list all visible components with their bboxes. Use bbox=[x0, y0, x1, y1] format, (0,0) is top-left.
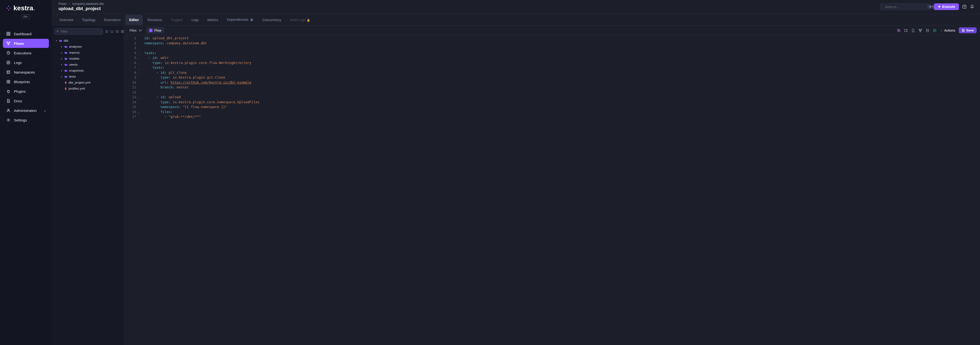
tab-overview[interactable]: Overview bbox=[56, 15, 77, 25]
tree-folder-seeds[interactable]: ▸seeds bbox=[54, 62, 124, 68]
collapse-icon bbox=[138, 29, 142, 32]
tab-topology[interactable]: Topology bbox=[78, 15, 99, 25]
code-line[interactable]: type: io.kestra.plugin.core.namespace.Up… bbox=[144, 100, 259, 105]
save-button[interactable]: Save bbox=[959, 27, 977, 33]
bell-icon[interactable] bbox=[970, 5, 974, 9]
tab-concurrency[interactable]: Concurrency bbox=[258, 15, 285, 25]
svg-rect-3 bbox=[8, 10, 9, 11]
sidebar-item-executions[interactable]: Executions bbox=[3, 48, 49, 57]
sidebar-item-docs[interactable]: Docs bbox=[3, 96, 49, 105]
sidebar-item-flows[interactable]: Flows bbox=[3, 39, 49, 48]
code-line[interactable]: type: io.kestra.plugin.git.Clone bbox=[144, 75, 259, 80]
sidebar-item-administration[interactable]: Administration› bbox=[3, 106, 49, 115]
tree-folder-root[interactable]: ▾dbt bbox=[54, 38, 124, 44]
new-file-icon[interactable] bbox=[105, 30, 108, 33]
caret-icon: ▸ bbox=[60, 63, 63, 66]
tab-metrics[interactable]: Metrics bbox=[204, 15, 222, 25]
sidebar-item-blueprints[interactable]: Blueprints bbox=[3, 77, 49, 86]
code-line[interactable]: branch: master bbox=[144, 85, 259, 90]
sidebar-item-dashboard[interactable]: Dashboard bbox=[3, 29, 49, 38]
sidebar-item-settings[interactable]: Settings bbox=[3, 116, 49, 125]
file-icon bbox=[64, 87, 67, 90]
code-line[interactable]: tasks: bbox=[144, 51, 259, 56]
files-panel-button[interactable]: Files bbox=[127, 27, 144, 34]
code-line[interactable] bbox=[144, 46, 259, 51]
fold-chevron-icon[interactable]: ⌄ bbox=[138, 71, 140, 76]
code-line[interactable]: type: io.kestra.plugin.core.flow.Working… bbox=[144, 60, 259, 65]
fold-chevron-icon[interactable]: ⌄ bbox=[138, 56, 140, 61]
sidebar-item-logs[interactable]: Logs bbox=[3, 58, 49, 67]
code-line[interactable] bbox=[144, 90, 259, 95]
caret-icon: ▸ bbox=[60, 75, 63, 78]
code-editor[interactable]: 1234⌄5⌄67⌄8⌄910111213⌄141516⌄17 id: uplo… bbox=[124, 35, 980, 345]
sidebar-item-namespaces[interactable]: Namespaces bbox=[3, 68, 49, 77]
export-icon[interactable] bbox=[121, 30, 124, 33]
actions-button[interactable]: ⋮ Actions bbox=[940, 29, 955, 32]
tab-dependencies[interactable]: Dependencies0 bbox=[223, 14, 258, 25]
code-line[interactable]: tasks: bbox=[144, 65, 259, 70]
folder-icon bbox=[59, 39, 62, 42]
tab-logs[interactable]: Logs bbox=[188, 15, 202, 25]
flow-tab[interactable]: Flow bbox=[146, 27, 164, 34]
help-icon[interactable]: ? bbox=[962, 5, 967, 9]
breadcrumb-separator: / bbox=[69, 2, 70, 5]
tab-executions[interactable]: Executions bbox=[100, 15, 124, 25]
code-line[interactable]: - "glob:**/dbt/**" bbox=[144, 114, 259, 119]
logo-icon bbox=[6, 5, 11, 11]
svg-rect-41 bbox=[920, 31, 921, 32]
svg-rect-5 bbox=[9, 32, 10, 33]
fold-chevron-icon[interactable]: ⌄ bbox=[138, 110, 140, 115]
svg-rect-9 bbox=[9, 42, 10, 43]
settings-icon bbox=[6, 118, 11, 122]
filter-box[interactable] bbox=[54, 28, 103, 35]
doc-panel-icon[interactable] bbox=[926, 29, 929, 32]
document-icon[interactable] bbox=[911, 29, 915, 32]
fold-chevron-icon[interactable]: ⌄ bbox=[138, 66, 140, 71]
sidebar-item-plugins[interactable]: Plugins bbox=[3, 87, 49, 96]
tab-revisions[interactable]: Revisions bbox=[143, 15, 166, 25]
tree-folder-macros[interactable]: ▸macros bbox=[54, 49, 124, 56]
jump-to-search[interactable]: ⌘ Ctrl/Cmd + K bbox=[880, 3, 931, 10]
tree-folder-tests[interactable]: ▸tests bbox=[54, 73, 124, 79]
sidebar: kestra. dev DashboardFlowsExecutionsLogs… bbox=[0, 0, 52, 345]
file-tree: ▾dbt▸analyses▸macros▸models▸seeds▸snapsh… bbox=[52, 37, 124, 92]
code-line[interactable]: id: upload_dbt_project bbox=[144, 36, 259, 41]
breadcrumb-namespace[interactable]: company.datateam.dbt bbox=[72, 2, 104, 5]
logo-text: kestra. bbox=[13, 4, 35, 12]
tree-folder-analyses[interactable]: ▸analyses bbox=[54, 44, 124, 49]
logs-icon bbox=[6, 60, 11, 65]
dashboard-icon bbox=[6, 32, 11, 36]
code-line[interactable]: namespace: company.datateam.dbt bbox=[144, 41, 259, 46]
side-panel-icon[interactable] bbox=[904, 29, 908, 32]
tree-file-profiles-yml[interactable]: profiles.yml bbox=[54, 86, 124, 92]
plugins-icon bbox=[6, 89, 11, 94]
flow-tabs: Overview Topology Executions Editor Revi… bbox=[52, 14, 980, 25]
tree-folder-snapshots[interactable]: ▸snapshots bbox=[54, 68, 124, 73]
breadcrumb-root[interactable]: Flows bbox=[59, 2, 67, 5]
jump-to-input[interactable] bbox=[885, 5, 925, 9]
tree-item-label: models bbox=[69, 57, 80, 60]
import-icon[interactable] bbox=[116, 30, 119, 33]
tree-item-label: snapshots bbox=[69, 69, 84, 72]
file-panel: ▾dbt▸analyses▸macros▸models▸seeds▸snapsh… bbox=[52, 25, 124, 345]
filter-input[interactable] bbox=[60, 30, 101, 33]
execute-button[interactable]: Execute bbox=[934, 3, 959, 10]
tree-file-dbt_project-yml[interactable]: dbt_project.yml bbox=[54, 79, 124, 86]
code-line[interactable]: url: https://github.com/kestra-io/dbt-ex… bbox=[144, 80, 259, 85]
code-line[interactable]: files: bbox=[144, 110, 259, 114]
administration-icon bbox=[6, 108, 11, 113]
tree-view-icon[interactable] bbox=[918, 29, 922, 32]
new-folder-icon[interactable] bbox=[110, 30, 114, 33]
tree-folder-models[interactable]: ▸models bbox=[54, 56, 124, 62]
folder-icon bbox=[64, 57, 68, 60]
tab-editor[interactable]: Editor bbox=[126, 15, 143, 25]
svg-rect-34 bbox=[122, 31, 123, 32]
fold-chevron-icon[interactable]: ⌄ bbox=[138, 51, 140, 56]
fold-chevron-icon[interactable]: ⌄ bbox=[138, 95, 140, 100]
code-line[interactable]: - id: upload bbox=[144, 95, 259, 100]
code-line[interactable]: - id: wdir bbox=[144, 55, 259, 60]
dependencies-count-badge: 0 bbox=[250, 18, 254, 22]
code-line[interactable]: - id: git_clone bbox=[144, 70, 259, 75]
copy-icon[interactable] bbox=[897, 29, 900, 32]
code-line[interactable]: namespace: "{{ flow.namespace }}" bbox=[144, 105, 259, 110]
